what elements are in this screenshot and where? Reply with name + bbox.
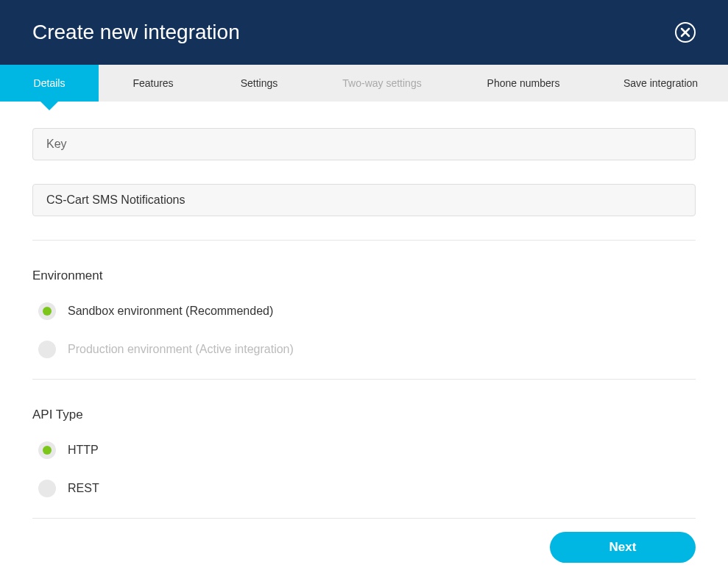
radio-button[interactable]: [38, 441, 56, 459]
radio-button: [38, 341, 56, 358]
radio-button[interactable]: [38, 480, 56, 497]
tabs-bar: Details Features Settings Two-way settin…: [0, 65, 728, 102]
divider: [32, 518, 696, 519]
tab-label: Features: [132, 77, 173, 89]
radio-dot-icon: [43, 345, 52, 354]
form-content: Environment Sandbox environment (Recomme…: [0, 102, 728, 519]
radio-label: Sandbox environment (Recommended): [68, 305, 273, 318]
radio-label: Production environment (Active integrati…: [68, 343, 294, 356]
tab-label: Settings: [241, 77, 278, 89]
divider: [32, 240, 696, 241]
radio-button[interactable]: [38, 302, 56, 320]
divider: [32, 379, 696, 380]
radio-http[interactable]: HTTP: [32, 441, 696, 459]
tab-phone-numbers[interactable]: Phone numbers: [453, 65, 593, 102]
key-input[interactable]: [32, 128, 696, 160]
radio-label: REST: [68, 482, 99, 495]
tab-details[interactable]: Details: [0, 65, 99, 102]
modal-title: Create new integration: [32, 21, 240, 44]
tab-save-integration[interactable]: Save integration: [593, 65, 728, 102]
environment-label: Environment: [32, 269, 696, 283]
radio-dot-icon: [43, 484, 52, 493]
radio-sandbox[interactable]: Sandbox environment (Recommended): [32, 302, 696, 320]
tab-label: Save integration: [623, 77, 698, 89]
api-type-label: API Type: [32, 408, 696, 422]
radio-rest[interactable]: REST: [32, 480, 696, 497]
radio-production: Production environment (Active integrati…: [32, 341, 696, 358]
radio-dot-icon: [43, 307, 52, 316]
tab-label: Two-way settings: [342, 77, 421, 89]
tab-label: Details: [34, 77, 66, 89]
radio-dot-icon: [43, 446, 52, 455]
tab-label: Phone numbers: [487, 77, 560, 89]
close-icon: [680, 27, 690, 38]
modal-header: Create new integration: [0, 0, 728, 65]
integration-name-input[interactable]: [32, 184, 696, 216]
tab-two-way-settings: Two-way settings: [311, 65, 453, 102]
radio-label: HTTP: [68, 444, 99, 457]
tab-features[interactable]: Features: [99, 65, 208, 102]
next-button[interactable]: Next: [550, 532, 696, 563]
close-button[interactable]: [675, 22, 696, 43]
tab-settings[interactable]: Settings: [208, 65, 311, 102]
